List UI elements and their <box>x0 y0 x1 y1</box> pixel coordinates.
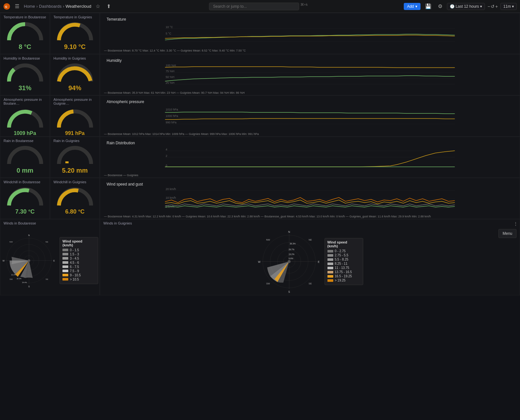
svg-text:75 %H: 75 %H <box>166 70 175 73</box>
topbar-actions: Add ▾ 💾 ⚙ 🕐 Last 12 hours ▾ − ↺ + 11m ▾ <box>404 3 517 10</box>
chart-title: Rain Distribution <box>103 138 517 146</box>
add-button[interactable]: Add ▾ <box>404 3 420 10</box>
svg-text:20 km/h: 20 km/h <box>166 187 176 191</box>
star-icon[interactable]: ☆ <box>94 3 102 10</box>
gauge-svg <box>56 186 94 207</box>
gauge-container: 8 °C <box>0 20 50 52</box>
gauge-container: 991 hPa <box>50 106 99 137</box>
gauge-value: 94% <box>68 84 81 92</box>
gauge-value: 31% <box>18 84 31 92</box>
gauge-value: 6.80 °C <box>65 208 84 215</box>
svg-text:SE: SE <box>308 282 312 285</box>
gauge-svg <box>56 21 94 42</box>
rain-chart-svg: 4 2 0 <box>103 146 517 172</box>
time-range[interactable]: 🕐 Last 12 hours ▾ <box>447 3 485 10</box>
svg-text:990 hPa: 990 hPa <box>166 121 177 124</box>
grafana-logo: G <box>3 3 10 10</box>
legend-item: 2.75 - 5.5 <box>327 253 360 257</box>
gauge-value: 991 hPa <box>65 130 84 136</box>
chart-title: Wind speed and gust <box>103 179 517 187</box>
nav-home[interactable]: Home <box>24 4 35 9</box>
svg-text:G: G <box>5 5 7 8</box>
gauge-svg <box>6 186 44 207</box>
svg-text:28.7%: 28.7% <box>288 248 294 251</box>
gauge-value: 9.10 °C <box>64 43 86 51</box>
topbar: G ☰ Home › Dashboards › Weathercloud ☆ ⬆… <box>0 0 520 13</box>
breadcrumb-nav: Home › Dashboards › Weathercloud <box>24 4 91 9</box>
panel-windspeed-chart: Wind speed and gust 20 km/h 10 km/h 0 km… <box>100 178 520 219</box>
svg-text:1000 hPa: 1000 hPa <box>166 114 178 118</box>
nav-weathercloud[interactable]: Weathercloud <box>65 4 91 9</box>
panel-rain-boutaresse: Rain in Boutaresse 0 mm <box>0 137 50 178</box>
zoom-in-button[interactable]: + <box>495 4 498 9</box>
svg-text:10 °C: 10 °C <box>166 25 173 29</box>
zoom-out-button[interactable]: − <box>487 4 490 9</box>
windrose-guignies-svg: N E S W NW NE SW SE 38.3% 28.7% 19.2% 9.… <box>257 229 321 294</box>
legend-item: 6 - 7.5 <box>62 265 95 269</box>
panel-title: Temperature in Boutaresse <box>0 13 50 20</box>
zoom-controls: − ↺ + <box>487 4 498 9</box>
temp-chart-svg: 10 °C 5 °C <box>103 22 517 48</box>
gauge-container: 5.20 mm <box>50 143 99 176</box>
panel-rain-guignies: Rain in Guignies 5.20 mm <box>50 137 100 178</box>
panel-temp-guignies: Temperature in Guignies 9.10 °C <box>50 13 100 54</box>
panel-title: Temperature in Guignies <box>50 13 99 20</box>
svg-text:100 %H: 100 %H <box>166 64 176 67</box>
svg-text:NE: NE <box>45 241 48 243</box>
panel-windchill-boutaresse: Windchill in Boutaresse 7.30 °C <box>0 178 50 219</box>
panel-hum-chart: Humidity 100 %H 75 %H 50 %H 25 %H — Bout… <box>100 54 520 95</box>
panel-temp-chart: Temerature 10 °C 5 °C — Boutaresse Mean:… <box>100 13 520 54</box>
legend-item: 9 - 10.5 <box>62 273 95 277</box>
wind-legend-boutaresse: Wind speed(km/h) 0 - 1.5 1.5 - 3 3 - 4.5… <box>60 237 98 284</box>
chart-title: Humidity <box>103 56 517 63</box>
hum-chart-svg: 100 %H 75 %H 50 %H 25 %H <box>103 63 517 89</box>
gauge-value: 0 mm <box>16 167 33 174</box>
sidebar-toggle[interactable]: ☰ <box>13 3 21 10</box>
legend-item: 0 - 2.75 <box>327 249 360 253</box>
legend-item: > 19.25 <box>327 279 360 282</box>
gauge-container: 7.30 °C <box>0 185 50 217</box>
save-icon[interactable]: 💾 <box>423 3 433 10</box>
pressure-legend: — Boutaresse Mean: 1012 hPa Max: 1014 hP… <box>104 132 259 136</box>
chart-title: Temerature <box>103 14 517 22</box>
hum-legend: — Boutaresse Mean: 35.9 %H Max: 61 %H Mi… <box>104 91 245 94</box>
windrose-boutaresse-svg: N E S W NW NE SW SE 24.4% 18. <box>2 228 56 293</box>
svg-text:4: 4 <box>166 148 167 151</box>
panel-pressure-chart: Atmospheric pressure 1010 hPa 1000 hPa 9… <box>100 95 520 137</box>
legend-item: 5.5 - 8.25 <box>327 258 360 261</box>
panel-hum-boutaresse: Humidity in Boutaresse 31% <box>0 54 50 95</box>
more-options-button[interactable]: ⋮ <box>512 219 520 228</box>
svg-text:5 °C: 5 °C <box>166 32 172 35</box>
panel-title: Rain in Boutaresse <box>0 137 50 143</box>
search-input[interactable] <box>209 3 299 10</box>
panel-winds-guignies: Winds in Guignies ⋮ Menu N E S W NW NE <box>100 219 520 295</box>
panel-title: Windchill in Boutaresse <box>0 178 50 185</box>
legend-item: 1.5 - 3 <box>62 253 95 256</box>
zoom-refresh-button[interactable]: ↺ <box>491 4 495 9</box>
panel-temp-boutaresse: Temperature in Boutaresse 8 °C <box>0 13 50 54</box>
gauge-container: 9.10 °C <box>50 20 99 52</box>
gauge-svg <box>6 62 44 83</box>
nav-dashboards[interactable]: Dashboards <box>39 4 61 9</box>
svg-text:NE: NE <box>308 238 312 241</box>
svg-text:18.3%: 18.3% <box>16 277 21 279</box>
svg-point-70 <box>288 260 290 263</box>
svg-text:12.2%: 12.2% <box>11 274 16 276</box>
svg-text:SE: SE <box>46 278 48 280</box>
gauge-container: 0 mm <box>0 143 50 176</box>
panel-title: Rain in Guignies <box>50 137 99 143</box>
panel-title: Windchill in Guignies <box>50 178 99 185</box>
svg-text:W: W <box>258 261 260 263</box>
legend-item: 13.75 - 16.5 <box>327 270 360 274</box>
settings-icon[interactable]: ⚙ <box>436 3 444 10</box>
refresh-interval[interactable]: 11m ▾ <box>500 3 517 10</box>
gauge-svg <box>6 21 44 42</box>
gauge-svg <box>6 145 44 166</box>
svg-text:24.4%: 24.4% <box>22 281 27 283</box>
clock-icon: 🕐 <box>450 4 455 9</box>
share-icon[interactable]: ⬆ <box>105 3 113 10</box>
svg-text:38.3%: 38.3% <box>289 243 295 245</box>
panel-title: Atmospheric pressure in Boutare… <box>0 96 50 106</box>
wind-legend-guignies: Wind speed(km/h) 0 - 2.75 2.75 - 5.5 5.5… <box>325 238 363 285</box>
gauge-svg <box>56 62 94 83</box>
